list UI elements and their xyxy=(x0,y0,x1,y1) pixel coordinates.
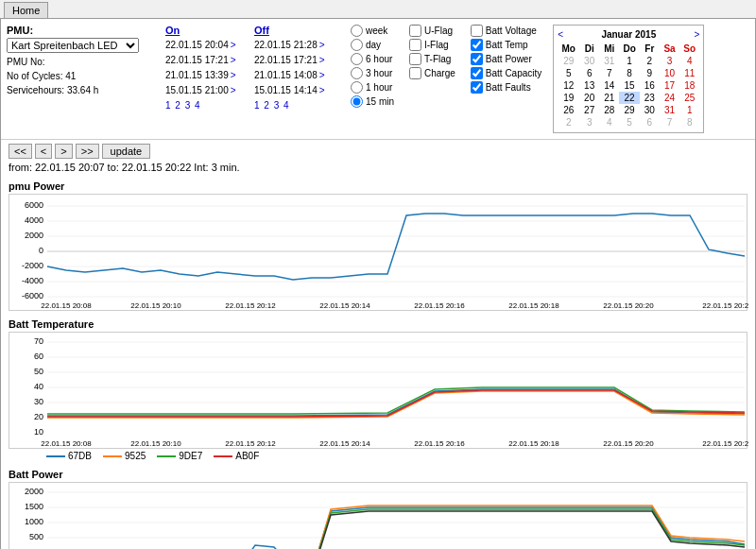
chart2-area: 70 60 50 40 30 20 10 xyxy=(9,332,747,449)
cal-day[interactable]: 15 xyxy=(619,79,639,92)
cb-tflag[interactable]: T-Flag xyxy=(409,53,455,65)
svg-text:22.01.15 20:10: 22.01.15 20:10 xyxy=(130,439,181,446)
cb-btemp[interactable]: Batt Temp xyxy=(471,39,541,51)
cal-day[interactable]: 2 xyxy=(558,116,579,129)
chart1-title: pmu Power xyxy=(9,180,747,192)
cal-next[interactable]: > xyxy=(694,29,699,40)
cal-day[interactable]: 18 xyxy=(679,79,699,92)
cal-day[interactable]: 31 xyxy=(599,55,619,67)
cal-day[interactable]: 29 xyxy=(619,104,639,116)
radio-section: week day 6 hour 3 hour 1 hour 15 min xyxy=(347,25,398,133)
cal-day[interactable]: 3 xyxy=(660,55,679,67)
svg-text:22.01.15 20:18: 22.01.15 20:18 xyxy=(508,439,559,446)
update-button[interactable]: update xyxy=(102,144,151,159)
cb-bcap[interactable]: Batt Capacity xyxy=(471,67,541,79)
radio-6hour[interactable]: 6 hour xyxy=(351,53,394,65)
cal-day[interactable]: 23 xyxy=(640,92,660,104)
nav-next[interactable]: > xyxy=(55,144,72,159)
svg-text:20: 20 xyxy=(34,412,43,421)
nav-prev[interactable]: < xyxy=(35,144,52,159)
cal-day[interactable]: 10 xyxy=(660,67,679,79)
cb-iflag[interactable]: I-Flag xyxy=(409,39,455,51)
off-col: Off 22.01.15 21:28> 22.01.15 17:21> 21.0… xyxy=(254,25,339,133)
cb-uflag[interactable]: U-Flag xyxy=(409,25,455,37)
on-off-section: On 22.01.15 20:04> 22.01.15 17:21> 21.01… xyxy=(165,25,339,133)
cal-day[interactable]: 22 xyxy=(619,92,639,104)
svg-text:22.01.15 20:22: 22.01.15 20:22 xyxy=(702,439,748,446)
legend-label-9525: 9525 xyxy=(125,451,146,461)
svg-text:22.01.15 20:14: 22.01.15 20:14 xyxy=(319,301,370,308)
cal-day[interactable]: 1 xyxy=(619,55,639,67)
cal-day[interactable]: 4 xyxy=(679,55,699,67)
cb-bpower[interactable]: Batt Power xyxy=(471,53,541,65)
cal-day[interactable]: 7 xyxy=(599,67,619,79)
svg-text:22.01.15 20:08: 22.01.15 20:08 xyxy=(41,301,92,308)
pmu-select[interactable]: Kart Spreitenbach LED xyxy=(7,38,139,53)
home-tab[interactable]: Home xyxy=(4,2,48,18)
cal-day[interactable]: 9 xyxy=(640,67,660,79)
pmu-cycles: No of Cycles: 41 xyxy=(7,69,158,83)
legend-color-ab0f xyxy=(214,455,232,457)
svg-text:-6000: -6000 xyxy=(22,291,43,300)
cal-day[interactable]: 20 xyxy=(579,92,599,104)
cal-day[interactable]: 21 xyxy=(599,92,619,104)
nav-last[interactable]: >> xyxy=(76,144,99,159)
on-col: On 22.01.15 20:04> 22.01.15 17:21> 21.01… xyxy=(165,25,250,133)
cal-day[interactable]: 7 xyxy=(660,116,679,129)
cal-day[interactable]: 28 xyxy=(599,104,619,116)
cb-charge[interactable]: Charge xyxy=(409,67,455,79)
cal-day[interactable]: 8 xyxy=(679,116,699,129)
radio-1hour[interactable]: 1 hour xyxy=(351,81,394,94)
svg-text:22.01.15 20:14: 22.01.15 20:14 xyxy=(319,439,370,446)
cal-day[interactable]: 17 xyxy=(660,79,679,92)
cal-day[interactable]: 27 xyxy=(579,104,599,116)
cal-day[interactable]: 13 xyxy=(579,79,599,92)
svg-text:22.01.15 20:16: 22.01.15 20:16 xyxy=(414,301,465,308)
flags-section: U-Flag I-Flag T-Flag Charge xyxy=(405,25,459,133)
cal-day[interactable]: 2 xyxy=(640,55,660,67)
svg-text:-2000: -2000 xyxy=(22,261,43,270)
cal-day[interactable]: 11 xyxy=(679,67,699,79)
cal-day[interactable]: 31 xyxy=(660,104,679,116)
cal-day[interactable]: 6 xyxy=(579,67,599,79)
cal-day[interactable]: 14 xyxy=(599,79,619,92)
cal-day[interactable]: 19 xyxy=(558,92,579,104)
chart2-svg: 70 60 50 40 30 20 10 xyxy=(9,333,748,446)
cal-day[interactable]: 25 xyxy=(679,92,699,104)
cal-day[interactable]: 29 xyxy=(558,55,579,67)
on-header: On xyxy=(165,25,250,36)
cal-day[interactable]: 30 xyxy=(579,55,599,67)
radio-day[interactable]: day xyxy=(351,39,394,51)
chart2-title: Batt Temperature xyxy=(9,318,747,330)
chart3-area: 2000 1500 1000 500 0 -500 -1000 -1500 xyxy=(9,482,747,549)
pmu-label: PMU: xyxy=(7,25,158,36)
cal-day[interactable]: 4 xyxy=(599,116,619,129)
cal-day[interactable]: 1 xyxy=(679,104,699,116)
svg-text:22.01.15 20:16: 22.01.15 20:16 xyxy=(414,439,465,446)
svg-text:30: 30 xyxy=(34,397,43,406)
cal-day[interactable]: 16 xyxy=(640,79,660,92)
cal-day[interactable]: 8 xyxy=(619,67,639,79)
svg-text:22.01.15 20:12: 22.01.15 20:12 xyxy=(225,301,276,308)
cal-day[interactable]: 6 xyxy=(640,116,660,129)
cal-day[interactable]: 24 xyxy=(660,92,679,104)
pmu-no: PMU No: xyxy=(7,55,158,69)
calendar-section: < Januar 2015 > Mo Di Mi Do Fr Sa So 2 xyxy=(553,25,704,133)
cal-day[interactable]: 5 xyxy=(558,67,579,79)
nav-first[interactable]: << xyxy=(9,144,32,159)
off-page-links: 1 2 3 4 xyxy=(254,100,339,111)
chart3-svg: 2000 1500 1000 500 0 -500 -1000 -1500 xyxy=(9,483,748,549)
radio-week[interactable]: week xyxy=(351,25,394,37)
cal-prev[interactable]: < xyxy=(558,29,563,40)
cb-bvolt[interactable]: Batt Voltage xyxy=(471,25,541,37)
svg-text:22.01.15 20:20: 22.01.15 20:20 xyxy=(603,439,654,446)
cal-day[interactable]: 12 xyxy=(558,79,579,92)
calendar-grid: Mo Di Mi Do Fr Sa So 2930311234567891011… xyxy=(558,43,699,129)
cal-day[interactable]: 3 xyxy=(579,116,599,129)
cal-day[interactable]: 5 xyxy=(619,116,639,129)
cal-day[interactable]: 26 xyxy=(558,104,579,116)
radio-3hour[interactable]: 3 hour xyxy=(351,67,394,79)
radio-15min[interactable]: 15 min xyxy=(351,95,394,108)
cal-day[interactable]: 30 xyxy=(640,104,660,116)
cb-bfaults[interactable]: Batt Faults xyxy=(471,81,541,94)
